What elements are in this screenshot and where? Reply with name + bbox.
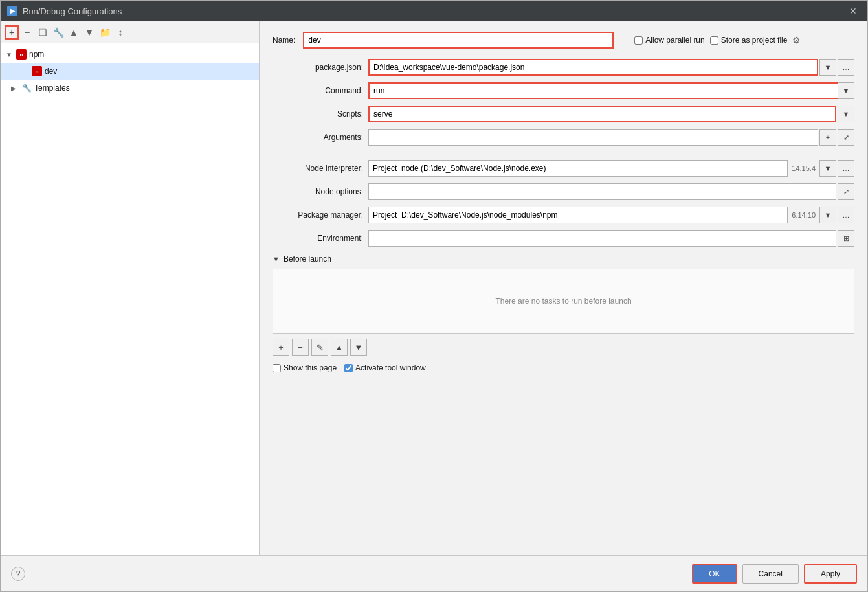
- title-bar: ▶ Run/Debug Configurations ✕: [1, 1, 867, 21]
- node-options-expand-button[interactable]: ⤢: [838, 183, 854, 200]
- pkg-manager-version-badge: 6.14.10: [789, 211, 818, 219]
- arguments-expand-button[interactable]: ⤢: [838, 129, 854, 146]
- before-launch-edit-button[interactable]: ✎: [311, 339, 328, 356]
- environment-browse-button[interactable]: ⊞: [838, 230, 854, 247]
- bottom-options: Show this page Activate tool window: [273, 363, 854, 378]
- copy-config-button[interactable]: ❏: [36, 25, 50, 40]
- package-json-row: package.json: ▼ …: [273, 59, 854, 76]
- arguments-input[interactable]: [368, 129, 818, 146]
- top-right-options: Allow parallel run Store as project file…: [634, 35, 801, 45]
- allow-parallel-label: Allow parallel run: [645, 36, 704, 45]
- remove-config-button[interactable]: −: [20, 25, 34, 40]
- arguments-wrapper: + ⤢: [368, 129, 854, 146]
- close-button[interactable]: ✕: [845, 5, 861, 17]
- apply-button[interactable]: Apply: [804, 564, 857, 584]
- folder-button[interactable]: 📁: [98, 25, 112, 40]
- store-as-project-label: Store as project file: [721, 36, 788, 45]
- cancel-button[interactable]: Cancel: [742, 564, 799, 584]
- before-launch-down-button[interactable]: ▼: [350, 339, 367, 356]
- dialog-icon: ▶: [7, 6, 17, 16]
- tree-item-npm[interactable]: ▼ n npm: [1, 46, 259, 63]
- command-input[interactable]: [368, 82, 854, 99]
- footer-right: OK Cancel Apply: [692, 564, 857, 584]
- activate-tool-row: Activate tool window: [344, 363, 426, 372]
- before-launch-add-button[interactable]: +: [273, 339, 289, 356]
- allow-parallel-checkbox[interactable]: [634, 36, 643, 45]
- show-page-checkbox[interactable]: [273, 364, 281, 372]
- add-config-button[interactable]: +: [5, 25, 19, 40]
- node-options-wrapper: ⤢: [368, 183, 854, 200]
- package-json-wrapper: ▼ …: [368, 59, 854, 76]
- before-launch-arrow-icon[interactable]: ▼: [273, 255, 280, 263]
- before-launch-up-button[interactable]: ▲: [331, 339, 348, 356]
- settings-button[interactable]: 🔧: [51, 25, 65, 40]
- node-options-input[interactable]: [368, 183, 836, 200]
- footer-left: ?: [11, 567, 25, 581]
- name-input[interactable]: [303, 32, 614, 49]
- footer: ? OK Cancel Apply: [1, 555, 867, 591]
- tree-item-templates[interactable]: ▶ 🔧 Templates: [1, 80, 259, 97]
- activate-tool-label: Activate tool window: [355, 363, 426, 372]
- show-page-row: Show this page: [273, 363, 337, 372]
- package-manager-input[interactable]: [368, 207, 788, 223]
- environment-wrapper: ⊞: [368, 230, 854, 247]
- config-tree: ▼ n npm n dev ▶ 🔧: [1, 43, 259, 555]
- move-down-button[interactable]: ▼: [82, 25, 96, 40]
- sort-button[interactable]: ↕: [113, 25, 128, 40]
- node-interpreter-browse-button[interactable]: …: [838, 160, 854, 177]
- before-launch-box: There are no tasks to run before launch: [273, 269, 854, 334]
- scripts-input[interactable]: [368, 106, 836, 122]
- node-interpreter-dropdown-button[interactable]: ▼: [819, 160, 836, 177]
- before-launch-remove-button[interactable]: −: [292, 339, 309, 356]
- store-as-project-checkbox[interactable]: [710, 36, 718, 45]
- environment-row: Environment: ⊞: [273, 230, 854, 247]
- ok-button[interactable]: OK: [692, 564, 737, 584]
- tree-item-dev[interactable]: n dev: [1, 63, 259, 80]
- node-interpreter-input[interactable]: [368, 160, 788, 177]
- dev-icon: n: [32, 66, 42, 76]
- left-toolbar: + − ❏ 🔧 ▲ ▼ 📁 ↕: [1, 21, 259, 43]
- store-as-project-row: Store as project file: [710, 36, 788, 45]
- left-panel: + − ❏ 🔧 ▲ ▼ 📁 ↕ ▼ n npm: [1, 21, 260, 555]
- move-up-button[interactable]: ▲: [67, 25, 81, 40]
- arguments-label: Arguments:: [273, 133, 363, 142]
- package-json-dropdown-button[interactable]: ▼: [819, 59, 836, 76]
- dialog-title: Run/Debug Configurations: [23, 6, 122, 16]
- gear-settings-icon[interactable]: ⚙: [792, 35, 801, 45]
- environment-input[interactable]: [368, 230, 836, 247]
- package-manager-browse-button[interactable]: …: [838, 207, 854, 223]
- command-dropdown-button[interactable]: ▼: [838, 82, 854, 99]
- node-version-badge: 14.15.4: [789, 165, 818, 172]
- spacer1: [273, 152, 854, 160]
- before-launch-title: Before launch: [284, 255, 331, 264]
- activate-tool-checkbox[interactable]: [344, 364, 353, 372]
- package-manager-dropdown-button[interactable]: ▼: [819, 207, 836, 223]
- name-section: Name: Allow parallel run Store as projec…: [273, 32, 854, 49]
- title-bar-left: ▶ Run/Debug Configurations: [7, 6, 122, 16]
- command-row: Command: ▼: [273, 82, 854, 99]
- package-json-browse-button[interactable]: …: [838, 59, 854, 76]
- dev-label: dev: [45, 67, 57, 76]
- arguments-row: Arguments: + ⤢: [273, 129, 854, 146]
- allow-parallel-row: Allow parallel run: [634, 36, 704, 45]
- before-launch-section-header: ▼ Before launch: [273, 255, 854, 264]
- form-area: Name: Allow parallel run Store as projec…: [260, 21, 867, 555]
- npm-label: npm: [29, 50, 44, 59]
- command-wrapper: ▼: [368, 82, 854, 99]
- node-options-label: Node options:: [273, 187, 363, 196]
- environment-label: Environment:: [273, 234, 363, 243]
- package-json-input[interactable]: [368, 59, 818, 76]
- right-panel: Name: Allow parallel run Store as projec…: [260, 21, 867, 555]
- run-debug-dialog: ▶ Run/Debug Configurations ✕ + − ❏ 🔧 ▲ ▼…: [0, 0, 868, 592]
- package-manager-wrapper: 6.14.10 ▼ …: [368, 207, 854, 223]
- node-options-row: Node options: ⤢: [273, 183, 854, 200]
- before-launch-toolbar: + − ✎ ▲ ▼: [273, 339, 854, 356]
- templates-icon: 🔧: [21, 83, 32, 93]
- package-manager-label: Package manager:: [273, 211, 363, 220]
- arguments-add-button[interactable]: +: [819, 129, 836, 146]
- scripts-dropdown-button[interactable]: ▼: [838, 106, 854, 122]
- main-content: + − ❏ 🔧 ▲ ▼ 📁 ↕ ▼ n npm: [1, 21, 867, 555]
- scripts-wrapper: ▼: [368, 106, 854, 122]
- help-button[interactable]: ?: [11, 567, 25, 581]
- node-interpreter-row: Node interpreter: 14.15.4 ▼ …: [273, 160, 854, 177]
